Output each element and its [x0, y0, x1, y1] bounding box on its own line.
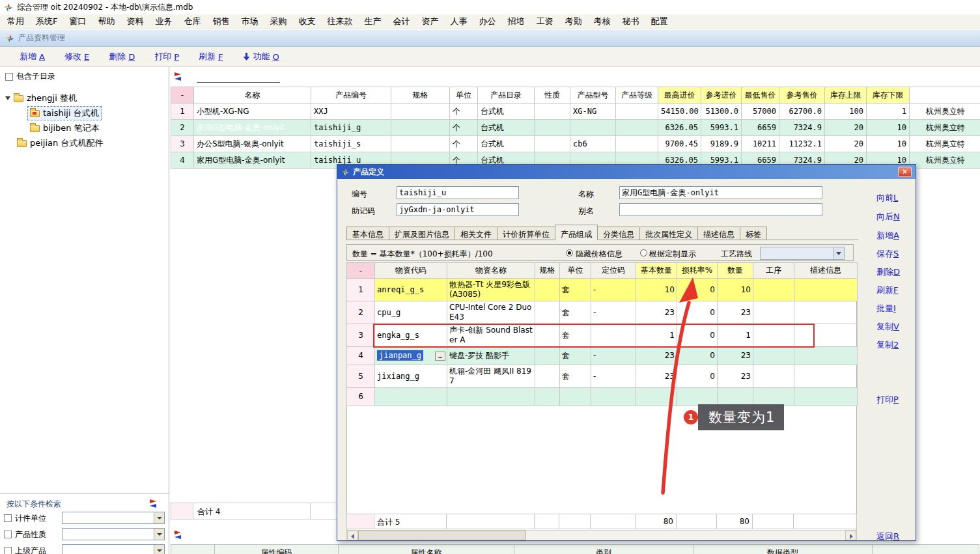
- dialog-button-5[interactable]: 删除D: [876, 266, 900, 278]
- bom-cell[interactable]: [794, 301, 858, 324]
- column-header[interactable]: 物资代码: [375, 263, 447, 279]
- bom-cell[interactable]: 0: [677, 324, 718, 347]
- column-header[interactable]: 参考进价: [701, 87, 742, 104]
- column-header[interactable]: 产品型号: [570, 87, 616, 104]
- dialog-title-bar[interactable]: 产品定义: [337, 165, 916, 179]
- bom-cell[interactable]: [753, 301, 794, 324]
- bom-cell[interactable]: [677, 388, 718, 406]
- menu-item-3[interactable]: 窗口: [63, 14, 92, 29]
- tab-3[interactable]: 相关文件: [455, 227, 497, 240]
- print-button[interactable]: 打印P: [154, 51, 179, 62]
- row-number-cell[interactable]: 3: [347, 324, 375, 347]
- dialog-button-6[interactable]: 刷新F: [876, 284, 898, 296]
- bom-cell[interactable]: [535, 301, 560, 324]
- product-cell[interactable]: 5993.1: [701, 120, 742, 136]
- product-row-2[interactable]: 2家用G型电脑-金奥-onlyittaishiji_g个台式机6326.0559…: [171, 120, 980, 136]
- product-cell[interactable]: 台式机: [478, 104, 535, 120]
- bom-cell[interactable]: [591, 388, 636, 406]
- tab-9[interactable]: 标签: [740, 227, 767, 240]
- bom-cell[interactable]: 散热器-Tt 火星9彩色版(A3085): [447, 279, 535, 301]
- column-header[interactable]: [910, 87, 980, 104]
- product-cell[interactable]: 台式机: [478, 120, 535, 136]
- column-header[interactable]: 产品目录: [478, 87, 535, 104]
- column-header[interactable]: -: [171, 87, 194, 104]
- product-cell[interactable]: 20: [825, 136, 867, 152]
- custom-display-radio[interactable]: [640, 249, 647, 256]
- tab-8[interactable]: 描述信息: [697, 227, 740, 240]
- locate-input[interactable]: [197, 71, 280, 83]
- bom-row-1[interactable]: 1anreqi_g_s散热器-Tt 火星9彩色版(A3085)套-10010: [347, 279, 858, 301]
- menu-item-16[interactable]: 人事: [444, 14, 473, 29]
- row-number-cell[interactable]: 2: [347, 301, 375, 324]
- selected-tree-node[interactable]: taishiji 台式机: [27, 106, 102, 120]
- bom-cell[interactable]: [535, 388, 560, 406]
- product-cell[interactable]: [616, 136, 658, 152]
- alias-input[interactable]: [619, 203, 822, 216]
- menu-item-10[interactable]: 采购: [264, 14, 292, 29]
- menu-item-8[interactable]: 销售: [206, 14, 235, 29]
- bom-cell[interactable]: [794, 388, 858, 406]
- product-cell[interactable]: 办公S型电脑-银奥-onlyit: [194, 136, 311, 152]
- product-cell[interactable]: 个: [450, 104, 478, 120]
- bom-cell[interactable]: 机箱-金河田 飓风II 8197: [447, 365, 535, 388]
- functions-button[interactable]: 功能O: [242, 51, 279, 62]
- row-number-cell[interactable]: 2: [171, 120, 194, 136]
- column-header[interactable]: -: [347, 263, 375, 279]
- swap-arrows-icon[interactable]: [173, 531, 183, 539]
- bom-cell[interactable]: 0: [677, 279, 718, 301]
- product-cell[interactable]: 6326.05: [658, 120, 701, 136]
- product-cell[interactable]: 家用G型电脑-金奥-onlyit: [194, 152, 311, 169]
- menu-item-7[interactable]: 仓库: [178, 14, 206, 29]
- column-header[interactable]: 参考售价: [779, 87, 825, 104]
- bom-cell[interactable]: 23: [718, 347, 753, 365]
- product-cell[interactable]: taishiji_g: [311, 120, 391, 136]
- scroll-left-icon[interactable]: [347, 531, 358, 540]
- product-cell[interactable]: 10: [867, 136, 910, 152]
- product-cell[interactable]: 杭州奥立特: [910, 120, 980, 136]
- bom-cell[interactable]: [794, 324, 858, 347]
- dialog-button-1[interactable]: 向前L: [876, 192, 898, 204]
- menu-item-6[interactable]: 业务: [149, 14, 178, 29]
- bom-cell[interactable]: [560, 388, 591, 406]
- product-cell[interactable]: 小型机-XG-NG: [194, 104, 311, 120]
- scroll-right-icon[interactable]: [845, 531, 856, 540]
- column-header[interactable]: 单位: [560, 263, 591, 279]
- menu-item-14[interactable]: 会计: [387, 14, 415, 29]
- include-subdir-checkbox[interactable]: [5, 73, 13, 81]
- menu-item-19[interactable]: 工资: [530, 14, 559, 29]
- product-cell[interactable]: 20: [825, 120, 867, 136]
- name-input[interactable]: [619, 186, 822, 199]
- bom-cell[interactable]: 0: [677, 301, 718, 324]
- code-input[interactable]: [397, 186, 519, 199]
- bom-cell[interactable]: 套: [560, 365, 591, 388]
- bom-cell[interactable]: [753, 324, 794, 347]
- product-cell[interactable]: 10: [867, 120, 910, 136]
- column-header[interactable]: 性质: [535, 87, 570, 104]
- dialog-button-3[interactable]: 新增A: [876, 230, 899, 242]
- row-number-cell[interactable]: 4: [171, 152, 194, 169]
- product-cell[interactable]: 杭州奥立特: [910, 152, 980, 169]
- swap-arrows-icon[interactable]: [148, 499, 158, 508]
- bom-cell[interactable]: 23: [636, 365, 677, 388]
- tab-5[interactable]: 产品组成: [555, 225, 598, 240]
- row-number-cell[interactable]: 1: [171, 104, 194, 120]
- bom-cell[interactable]: [591, 324, 636, 347]
- product-cell[interactable]: cb6: [570, 136, 616, 152]
- product-cell[interactable]: XXJ: [311, 104, 391, 120]
- row-number-cell[interactable]: 1: [347, 279, 375, 301]
- product-cell[interactable]: 杭州奥立特: [910, 136, 980, 152]
- bom-cell[interactable]: 10: [636, 279, 677, 301]
- product-cell[interactable]: 家用G型电脑-金奥-onlyit: [194, 120, 311, 136]
- dropdown-arrow-icon[interactable]: [154, 512, 164, 523]
- dialog-button-11[interactable]: 返回R: [876, 531, 899, 540]
- tab-2[interactable]: 扩展及图片信息: [389, 227, 455, 240]
- add-button[interactable]: 新增A: [20, 51, 45, 62]
- product-cell[interactable]: 7324.9: [779, 120, 825, 136]
- bom-cell[interactable]: jixiang_g: [375, 365, 447, 388]
- product-row-3[interactable]: 3办公S型电脑-银奥-onlyittaishiji_s个台式机cb69700.4…: [171, 136, 980, 152]
- dialog-button-4[interactable]: 保存S: [876, 248, 899, 260]
- bom-cell[interactable]: 键盘-罗技 酷影手: [447, 347, 535, 365]
- parent-filter-checkbox[interactable]: [4, 547, 12, 554]
- dialog-button-9[interactable]: 复制2: [876, 339, 899, 351]
- dropdown-arrow-icon[interactable]: [833, 247, 844, 259]
